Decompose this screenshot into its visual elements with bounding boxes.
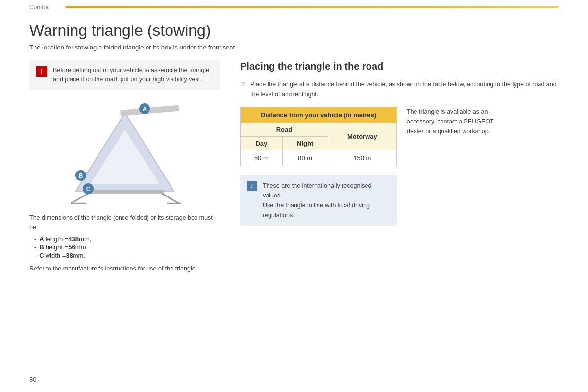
page-title: Warning triangle (stowing)	[29, 22, 559, 40]
dim-value-a: 438	[68, 235, 79, 243]
triangle-image: A B C	[61, 98, 189, 206]
accent-line	[65, 6, 559, 8]
page-number: 80	[29, 376, 36, 383]
refer-text: Refer to the manufacturer's instructions…	[29, 264, 220, 273]
motorway-value: 150 m	[328, 150, 396, 166]
svg-text:B: B	[79, 172, 83, 179]
category-label: Comfort	[29, 4, 50, 11]
table-area: Distance from your vehicle (in metres) R…	[240, 107, 397, 226]
place-point: ☞ Place the triangle at a distance behin…	[240, 79, 559, 99]
section-title: Placing the triangle in the road	[240, 60, 559, 73]
accessory-note: The triangle is available as an accessor…	[407, 107, 505, 136]
warning-icon: !	[36, 66, 47, 77]
night-value: 80 m	[282, 150, 328, 166]
info-text: These are the internationally recognised…	[263, 181, 390, 220]
dim-item-b: - B height = 56 mm,	[34, 244, 220, 251]
left-column: ! Before getting out of your vehicle to …	[29, 60, 220, 273]
dim-desc-b: height =	[46, 244, 69, 251]
two-column-layout: ! Before getting out of your vehicle to …	[29, 60, 559, 273]
night-header: Night	[282, 137, 328, 150]
dim-label-a: A	[39, 235, 44, 243]
dim-desc-c: width =	[46, 252, 66, 259]
dim-item-a: - A length = 438 mm,	[34, 235, 220, 243]
table-header-row: Distance from your vehicle (in metres)	[241, 107, 397, 123]
dimensions-intro: The dimensions of the triangle (once fol…	[29, 213, 220, 232]
info-line2: Use the triangle in line with local driv…	[263, 202, 370, 219]
table-values-row: 50 m 80 m 150 m	[241, 150, 397, 166]
table-header-main: Distance from your vehicle (in metres)	[241, 107, 397, 123]
svg-text:A: A	[143, 106, 147, 113]
dim-item-c: - C width = 38 mm.	[34, 252, 220, 259]
dim-label-c: C	[39, 252, 44, 259]
point-arrow-icon: ☞	[240, 80, 246, 88]
info-icon: i	[247, 181, 257, 191]
dim-label-b: B	[39, 244, 44, 251]
top-bar: Comfort	[0, 0, 588, 13]
svg-rect-6	[86, 190, 164, 194]
svg-text:C: C	[86, 186, 91, 193]
dim-unit-a: mm,	[79, 235, 91, 243]
table-sub-row: Road Motorway	[241, 123, 397, 137]
road-header: Road	[241, 123, 328, 137]
dim-value-c: 38	[66, 252, 73, 259]
right-column: Placing the triangle in the road ☞ Place…	[240, 60, 559, 273]
page-content: Warning triangle (stowing) The location …	[0, 13, 588, 283]
page-subtitle: The location for stowing a folded triang…	[29, 44, 559, 51]
accessory-note-area: The triangle is available as an accessor…	[407, 107, 505, 139]
dim-value-b: 56	[68, 244, 75, 251]
dim-unit-c: mm.	[73, 252, 85, 259]
warning-text: Before getting out of your vehicle to as…	[53, 66, 214, 84]
dim-desc-a: length =	[46, 235, 69, 243]
day-value: 50 m	[241, 150, 283, 166]
motorway-header: Motorway	[328, 123, 396, 150]
dim-unit-b: mm,	[75, 244, 88, 251]
triangle-svg: A B C	[61, 98, 189, 206]
dimensions-list: - A length = 438 mm, - B height = 56 mm,…	[29, 235, 220, 259]
warning-box: ! Before getting out of your vehicle to …	[29, 60, 220, 90]
distance-table: Distance from your vehicle (in metres) R…	[240, 107, 397, 166]
place-text: Place the triangle at a distance behind …	[250, 79, 559, 99]
table-and-note: Distance from your vehicle (in metres) R…	[240, 107, 559, 226]
info-box: i These are the internationally recognis…	[240, 175, 397, 226]
info-line1: These are the internationally recognised…	[263, 182, 371, 199]
day-header: Day	[241, 137, 283, 150]
